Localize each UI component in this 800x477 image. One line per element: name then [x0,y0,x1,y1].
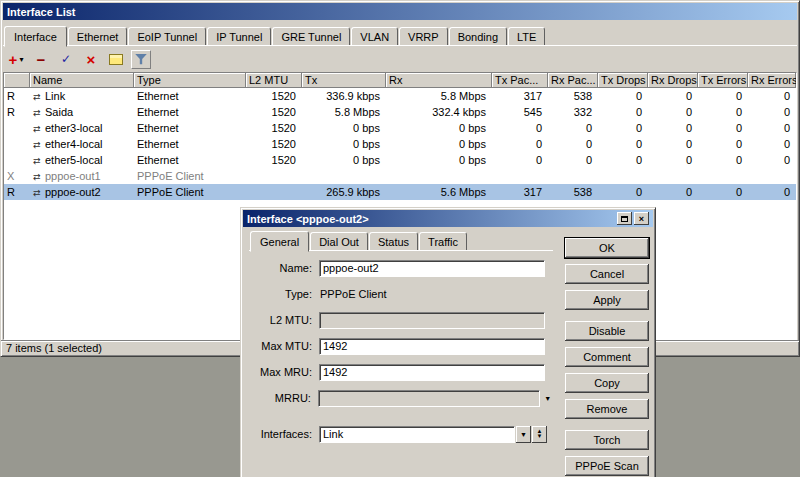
cell-type: Ethernet [134,104,246,120]
interface-icon: ⇄ [33,89,45,104]
cell-name: ⇄ether5-local [30,152,134,168]
tab-gre-tunnel[interactable]: GRE Tunnel [272,27,350,46]
cross-icon: × [87,52,96,67]
table-row[interactable]: X⇄pppoe-out1PPPoE Client [4,168,796,184]
column-header-rx-drops[interactable]: Rx Drops [648,73,698,88]
name-field[interactable] [319,260,545,277]
cell-tx-pac: 0 [492,152,548,168]
column-header-rx-errors[interactable]: Rx Errors [748,73,796,88]
column-header-tx[interactable]: Tx [302,73,386,88]
dropdown-arrow-icon[interactable]: ▼ [540,395,555,402]
column-header-type[interactable]: Type [134,73,246,88]
cell-rx-drops: 0 [648,184,698,200]
table-row[interactable]: R⇄SaidaEthernet15205.8 Mbps332.4 kbps545… [4,104,796,120]
disable-button[interactable]: Disable [565,321,649,341]
cell-rx-errors: 0 [748,184,796,200]
dialog-titlebar[interactable]: Interface <pppoe-out2> × [243,210,653,227]
dialog-button-column: OKCancelApplyDisableCommentCopyRemoveTor… [555,229,649,477]
tab-bonding[interactable]: Bonding [449,27,507,46]
cancel-button[interactable]: Cancel [565,264,649,284]
interface-icon: ⇄ [33,105,45,120]
row-flag: R [4,104,30,120]
max-mtu-field[interactable] [319,338,545,355]
max-mru-field[interactable] [319,364,545,381]
remove-button[interactable]: Remove [565,399,649,419]
interface-list-titlebar[interactable]: Interface List [3,3,797,20]
cell-tx: 265.9 kbps [302,184,386,200]
list-updown-icon[interactable]: ▲▼ [532,426,547,443]
cell-type: Ethernet [134,88,246,104]
tab-traffic[interactable]: Traffic [419,232,467,251]
cell-type: Ethernet [134,152,246,168]
disable-button[interactable]: × [81,50,101,69]
check-icon: ✓ [61,53,71,65]
cell-rx-drops: 0 [648,136,698,152]
tab-dial-out[interactable]: Dial Out [310,232,368,251]
cell-tx-drops: 0 [598,184,648,200]
table-row[interactable]: ⇄ether5-localEthernet15200 bps0 bps00000… [4,152,796,168]
remove-button[interactable]: − [31,50,51,69]
column-header-tx-drops[interactable]: Tx Drops [598,73,648,88]
cell-tx-drops: 0 [598,152,648,168]
cell-tx: 0 bps [302,152,386,168]
cell-tx: 0 bps [302,136,386,152]
table-row[interactable]: ⇄ether4-localEthernet15200 bps0 bps00000… [4,136,796,152]
interfaces-field[interactable] [319,426,515,443]
cell-tx-errors: 0 [698,184,748,200]
cell-name: ⇄Link [30,88,134,104]
restore-button[interactable] [617,212,632,225]
column-header-name[interactable]: Name [30,73,134,88]
name-field-label: Name: [247,262,319,274]
tab-ip-tunnel[interactable]: IP Tunnel [207,27,271,46]
cell-rx-errors: 0 [748,152,796,168]
type-field: PPPoE Client [319,288,387,300]
interfaces-field-row: Interfaces:▼▲▼ [247,425,555,443]
tab-vrrp[interactable]: VRRP [399,27,448,46]
column-header-rx[interactable]: Rx [386,73,492,88]
tab-interface[interactable]: Interface [4,26,67,47]
close-button[interactable]: × [634,212,649,225]
column-header-flags[interactable] [4,73,30,88]
status-text: 7 items (1 selected) [6,342,102,354]
column-header-tx-pac[interactable]: Tx Pac... [492,73,548,88]
ok-button[interactable]: OK [565,238,649,258]
row-flag [4,152,30,168]
interface-dialog: Interface <pppoe-out2> × GeneralDial Out… [240,207,656,477]
cell-tx-errors [698,168,748,184]
cell-rx: 5.8 Mbps [386,88,492,104]
combo-drop-icon[interactable]: ▼ [516,426,531,443]
enable-button[interactable]: ✓ [56,50,76,69]
tab-ethernet[interactable]: Ethernet [68,27,128,46]
l2mtu-field [319,312,545,329]
add-button[interactable]: +▾ [6,50,26,69]
name-field-row: Name: [247,259,555,277]
tab-vlan[interactable]: VLAN [351,27,398,46]
restore-icon [621,216,628,222]
interface-list-tabstrip: InterfaceEthernetEoIP TunnelIP TunnelGRE… [1,20,799,46]
comment-button[interactable]: Comment [565,347,649,367]
tab-status[interactable]: Status [369,232,418,251]
column-header-rx-pac[interactable]: Rx Pac... [548,73,598,88]
interfaces-field-label: Interfaces: [247,428,319,440]
column-header-tx-errors[interactable]: Tx Errors [698,73,748,88]
comment-button[interactable] [106,50,126,69]
table-header: NameTypeL2 MTUTxRxTx Pac...Rx Pac...Tx D… [4,73,796,88]
table-row[interactable]: ⇄ether3-localEthernet15200 bps0 bps00000… [4,120,796,136]
tab-eoip-tunnel[interactable]: EoIP Tunnel [128,27,206,46]
torch-button[interactable]: Torch [565,430,649,450]
copy-button[interactable]: Copy [565,373,649,393]
tab-lte[interactable]: LTE [508,27,545,46]
type-field-row: Type:PPPoE Client [247,285,555,303]
filter-button[interactable] [131,50,151,69]
table-row[interactable]: R⇄pppoe-out2PPPoE Client265.9 kbps5.6 Mb… [4,184,796,200]
tab-general[interactable]: General [250,231,309,252]
column-header-l2-mtu[interactable]: L2 MTU [246,73,302,88]
row-flag [4,120,30,136]
filter-icon [135,53,147,65]
apply-button[interactable]: Apply [565,290,649,310]
cell-rx-pac: 0 [548,136,598,152]
cell-l2-mtu: 1520 [246,136,302,152]
pppoe-scan-button[interactable]: PPPoE Scan [565,456,649,476]
table-row[interactable]: R⇄LinkEthernet1520336.9 kbps5.8 Mbps3175… [4,88,796,104]
cell-rx: 0 bps [386,120,492,136]
